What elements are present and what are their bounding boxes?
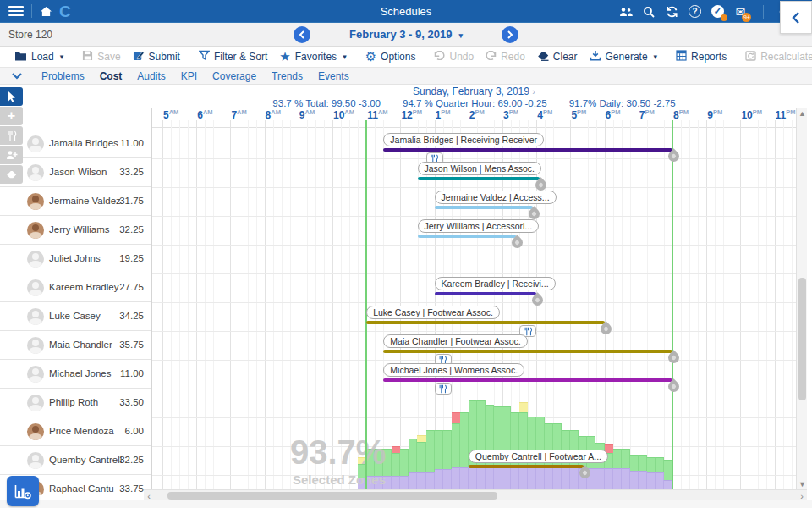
shift-label[interactable]: Maia Chandler | Footwear Assoc. xyxy=(383,334,527,348)
grid-line xyxy=(740,120,741,489)
tab-events[interactable]: Events xyxy=(310,70,357,82)
next-week-button[interactable] xyxy=(502,26,518,43)
toolbar-submit-button[interactable]: Submit xyxy=(127,50,186,64)
employee-row[interactable]: Jason Wilson33.25 xyxy=(0,158,152,187)
shift-label[interactable]: Luke Casey | Footwear Assoc. xyxy=(366,306,500,319)
shift-bar[interactable] xyxy=(435,206,534,209)
people-icon[interactable] xyxy=(618,4,634,19)
avatar xyxy=(27,452,44,469)
shift-label[interactable]: Jerry Williams | Accessori... xyxy=(418,219,540,233)
employee-hours: 11.00 xyxy=(120,368,144,378)
grid-line xyxy=(715,120,716,489)
meal-tool-button[interactable] xyxy=(0,126,23,145)
tab-audits[interactable]: Audits xyxy=(129,70,173,82)
tab-cost[interactable]: Cost xyxy=(92,70,130,82)
shift-bar[interactable] xyxy=(383,148,672,152)
shift-bar[interactable] xyxy=(383,378,672,382)
employee-row[interactable]: Phillip Roth33.50 xyxy=(0,389,152,417)
time-axis-label: 5AM xyxy=(163,108,178,121)
employee-row[interactable]: Price Mendoza6.00 xyxy=(0,417,152,446)
divider xyxy=(763,5,764,19)
help-icon[interactable]: ? xyxy=(687,4,702,19)
axis-baseline xyxy=(152,127,796,128)
scroll-down-icon[interactable]: ▼ xyxy=(797,479,808,489)
select-tool-button[interactable] xyxy=(0,87,23,106)
employee-row[interactable]: Maia Chandler35.75 xyxy=(0,331,152,360)
shift-label[interactable]: Jermaine Valdez | Access... xyxy=(435,190,557,204)
toolbar-reports-button[interactable]: Reports xyxy=(670,50,732,64)
vertical-scrollbar[interactable]: ▲ ▼ xyxy=(796,108,807,489)
coverage-chart-toggle-button[interactable] xyxy=(7,476,39,506)
add-shift-tool-button[interactable]: + xyxy=(0,107,23,125)
toolbar-eraser-button[interactable]: Clear xyxy=(531,51,584,64)
shift-bar[interactable] xyxy=(366,321,604,324)
shift-label[interactable]: Jason Wilson | Mens Assoc. xyxy=(418,162,542,175)
meal-break-icon[interactable] xyxy=(435,383,452,395)
search-icon[interactable] xyxy=(641,4,656,19)
shift-bar[interactable] xyxy=(418,177,540,180)
add-employee-tool-button[interactable] xyxy=(0,146,23,164)
tab-problems[interactable]: Problems xyxy=(34,70,92,82)
toolbar-generate-button[interactable]: Generate▾ xyxy=(584,50,664,64)
day-title[interactable]: Sunday, February 3, 2019 › xyxy=(152,86,796,97)
messages-icon[interactable]: ✉ 9+ xyxy=(732,4,748,19)
vertical-scroll-thumb[interactable] xyxy=(798,278,806,400)
employee-row[interactable]: Luke Casey34.25 xyxy=(0,302,152,331)
grid-line xyxy=(196,120,197,489)
employee-row[interactable]: Jamalia Bridges11.00 xyxy=(0,130,152,158)
employee-row[interactable]: Michael Jones11.00 xyxy=(0,360,152,389)
employee-row[interactable]: Quemby Cantrell32.25 xyxy=(0,446,152,475)
coverage-histogram xyxy=(358,400,672,489)
avatar xyxy=(27,366,44,383)
shift-label[interactable]: Quemby Cantrell | Footwear A... xyxy=(469,450,608,463)
time-axis-label: 2PM xyxy=(469,108,485,121)
erase-tool-button[interactable] xyxy=(0,165,23,184)
toolbar-star-button[interactable]: ★Favorites▾ xyxy=(273,51,352,64)
employee-name: Luke Casey xyxy=(49,311,101,321)
gear-icon: ⚙ xyxy=(365,51,376,64)
row-line xyxy=(152,331,796,332)
approvals-icon[interactable]: ✓ xyxy=(710,4,725,19)
prev-week-button[interactable] xyxy=(294,26,310,43)
horizontal-scroll-thumb[interactable] xyxy=(167,492,497,500)
toolbar-folder-button[interactable]: Load▾ xyxy=(8,50,69,64)
shift-bar[interactable] xyxy=(469,465,584,468)
coverage-bar xyxy=(477,400,486,489)
toolbar-save-button: Save xyxy=(76,50,126,64)
undo-icon xyxy=(434,51,445,63)
row-line xyxy=(152,245,796,246)
refresh-icon[interactable] xyxy=(664,4,679,19)
grid-line xyxy=(732,120,732,489)
store-label: Store 120 xyxy=(8,29,52,41)
collapse-tabs-icon[interactable] xyxy=(12,73,22,80)
time-axis-label: 1PM xyxy=(436,108,451,121)
row-line xyxy=(152,187,796,188)
horizontal-scrollbar[interactable]: ‹ › xyxy=(144,489,807,500)
tab-coverage[interactable]: Coverage xyxy=(205,70,264,82)
tab-kpi[interactable]: KPI xyxy=(173,70,205,82)
schedule-toolbar: Load▾SaveSubmitFilter & Sort★Favorites▾⚙… xyxy=(0,47,812,68)
shift-label[interactable]: Jamalia Bridges | Receiving Receiver xyxy=(383,133,544,146)
store-hours-marker xyxy=(365,120,367,489)
row-line xyxy=(152,273,796,274)
shift-bar[interactable] xyxy=(383,350,672,353)
shift-label[interactable]: Kareem Bradley | Receivi... xyxy=(435,277,556,290)
employee-row[interactable]: Jermaine Valdez31.75 xyxy=(0,187,152,216)
toolbar-button-label: Submit xyxy=(149,51,180,63)
grid-line xyxy=(706,120,707,489)
scroll-up-icon[interactable]: ▲ xyxy=(797,108,808,119)
toolbar-gear-button[interactable]: ⚙Options xyxy=(359,51,422,64)
coverage-bar xyxy=(656,457,664,489)
top-app-bar: C Schedules ? ✓ ✉ 9+ ▾ xyxy=(0,0,812,23)
week-selector[interactable]: February 3 - 9, 2019▾ xyxy=(321,28,491,41)
employee-row[interactable]: Kareem Bradley27.75 xyxy=(0,273,152,302)
shift-label[interactable]: Michael Jones | Womens Assoc. xyxy=(383,363,524,377)
toolbar-filter-button[interactable]: Filter & Sort xyxy=(193,50,273,64)
time-axis-label: 11AM xyxy=(367,108,387,121)
side-panel-expander[interactable] xyxy=(780,1,812,34)
employee-row[interactable]: Jerry Williams32.25 xyxy=(0,216,152,245)
shift-bar[interactable] xyxy=(435,292,537,295)
tab-trends[interactable]: Trends xyxy=(264,70,310,82)
employee-row[interactable]: Juliet Johns19.25 xyxy=(0,245,152,273)
shift-bar[interactable] xyxy=(418,235,517,238)
